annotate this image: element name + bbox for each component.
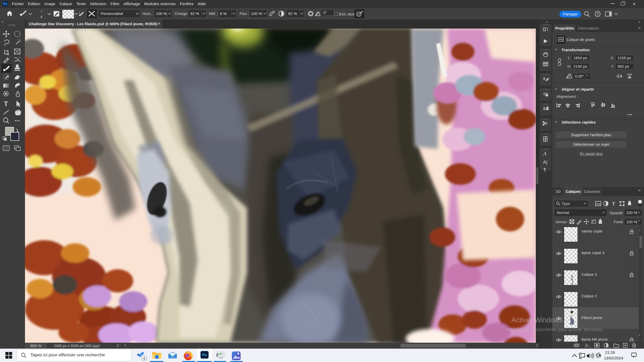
svg-text:T: T (612, 201, 615, 206)
svg-text:A|: A| (543, 160, 547, 165)
svg-text:4: 4 (40, 15, 42, 19)
svg-text:fx: fx (585, 343, 588, 348)
svg-text:Flux :: Flux : (240, 11, 249, 16)
svg-text:Hum. :: Hum. : (142, 11, 154, 16)
svg-text:62 %: 62 % (288, 11, 297, 16)
svg-text:Mél. :: Mél. : (209, 11, 218, 16)
svg-text:Charge :: Charge : (175, 11, 190, 16)
svg-text:100 %: 100 % (251, 11, 262, 16)
svg-text:62 %: 62 % (190, 11, 199, 16)
svg-text:T: T (4, 100, 8, 108)
svg-text:Personnalisé: Personnalisé (101, 11, 123, 16)
svg-text:A: A (543, 151, 547, 157)
svg-text:100 %: 100 % (156, 11, 167, 16)
svg-text:?: ? (597, 12, 599, 16)
svg-text:¶: ¶ (544, 167, 546, 173)
svg-text:8 %: 8 % (220, 11, 227, 16)
